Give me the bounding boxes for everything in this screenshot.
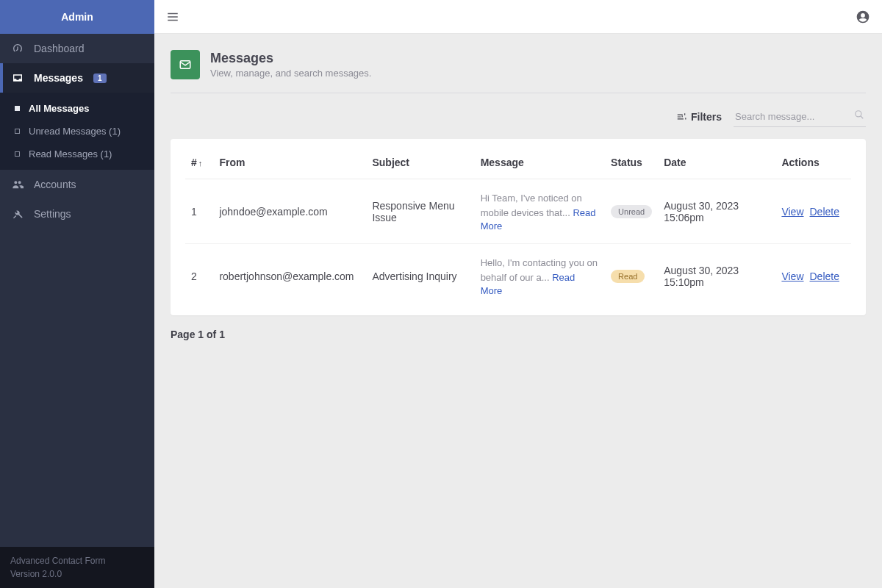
footer-version: Version 2.0.0 — [10, 567, 144, 581]
footer-app-name: Advanced Contact Form — [10, 554, 144, 567]
subnav-label: Unread Messages (1) — [29, 126, 121, 137]
sidebar-item-label: Messages — [34, 72, 83, 84]
hamburger-icon[interactable] — [166, 10, 179, 24]
cell-actions: ViewDelete — [775, 244, 851, 309]
filters-label: Filters — [691, 111, 722, 123]
page-header: Messages View, manage, and search messag… — [171, 50, 866, 93]
cell-status: Unread — [605, 179, 658, 244]
status-badge: Unread — [611, 205, 652, 218]
unread-count-badge: 1 — [93, 74, 107, 83]
subnav-read-messages[interactable]: Read Messages (1) — [0, 143, 154, 165]
pagination-info: Page 1 of 1 — [171, 329, 866, 340]
svg-point-4 — [856, 111, 861, 117]
messages-table-card: #↑ From Subject Message Status Date Acti… — [171, 139, 866, 315]
sidebar-item-accounts[interactable]: Accounts — [0, 170, 154, 199]
sidebar-item-settings[interactable]: Settings — [0, 199, 154, 229]
gauge-icon — [12, 43, 24, 54]
cell-date: August 30, 2023 15:10pm — [658, 244, 775, 309]
messages-subnav: All Messages Unread Messages (1) Read Me… — [0, 93, 154, 170]
tools-icon — [12, 208, 24, 220]
square-bullet-icon — [15, 151, 20, 157]
col-actions: Actions — [775, 146, 851, 179]
sidebar-item-dashboard[interactable]: Dashboard — [0, 34, 154, 63]
topbar — [154, 0, 882, 34]
message-snippet: Hello, I'm contacting you on behalf of o… — [481, 257, 598, 283]
sidebar: Admin Dashboard Messages 1 All Messages … — [0, 0, 154, 588]
cell-number: 1 — [185, 179, 213, 244]
col-subject[interactable]: Subject — [366, 146, 474, 179]
user-account-icon[interactable] — [856, 10, 870, 24]
svg-line-5 — [861, 116, 864, 119]
cell-from: johndoe@example.com — [213, 179, 366, 244]
users-icon — [12, 179, 24, 190]
sidebar-brand[interactable]: Admin — [0, 0, 154, 34]
subnav-label: Read Messages (1) — [29, 148, 112, 159]
square-bullet-icon — [15, 129, 20, 134]
col-message[interactable]: Message — [475, 146, 605, 179]
filters-button[interactable]: Filters — [676, 111, 722, 123]
subnav-all-messages[interactable]: All Messages — [0, 97, 154, 120]
message-snippet: Hi Team, I've noticed on mobile devices … — [481, 193, 582, 218]
cell-subject: Responsive Menu Issue — [366, 179, 474, 244]
cell-date: August 30, 2023 15:06pm — [658, 179, 775, 244]
search-input[interactable] — [734, 107, 866, 127]
col-from[interactable]: From — [213, 146, 366, 179]
sliders-icon — [676, 112, 686, 122]
col-number[interactable]: #↑ — [185, 146, 213, 179]
sidebar-footer: Advanced Contact Form Version 2.0.0 — [0, 547, 154, 588]
cell-actions: ViewDelete — [775, 179, 851, 244]
status-badge: Read — [611, 270, 645, 283]
square-bullet-icon — [15, 106, 20, 111]
envelope-icon — [171, 50, 200, 79]
page-title: Messages — [210, 51, 371, 66]
cell-status: Read — [605, 244, 658, 309]
cell-message: Hi Team, I've noticed on mobile devices … — [475, 179, 605, 244]
main-area: Messages View, manage, and search messag… — [154, 0, 882, 588]
cell-number: 2 — [185, 244, 213, 309]
delete-link[interactable]: Delete — [810, 270, 839, 282]
sidebar-item-label: Settings — [34, 208, 71, 220]
sidebar-item-label: Accounts — [34, 179, 76, 190]
messages-table: #↑ From Subject Message Status Date Acti… — [185, 146, 851, 308]
sort-asc-icon: ↑ — [198, 159, 203, 168]
col-status[interactable]: Status — [605, 146, 658, 179]
page-subtitle: View, manage, and search messages. — [210, 68, 371, 79]
search-icon[interactable] — [854, 110, 864, 120]
view-link[interactable]: View — [781, 206, 803, 218]
cell-from: robertjohnson@example.com — [213, 244, 366, 309]
inbox-icon — [12, 72, 24, 84]
table-row[interactable]: 1johndoe@example.comResponsive Menu Issu… — [185, 179, 851, 244]
cell-message: Hello, I'm contacting you on behalf of o… — [475, 244, 605, 309]
cell-subject: Advertising Inquiry — [366, 244, 474, 309]
sidebar-item-messages[interactable]: Messages 1 — [0, 63, 154, 93]
delete-link[interactable]: Delete — [810, 206, 839, 218]
col-date[interactable]: Date — [658, 146, 775, 179]
table-row[interactable]: 2robertjohnson@example.comAdvertising In… — [185, 244, 851, 309]
subnav-label: All Messages — [29, 103, 89, 114]
sidebar-item-label: Dashboard — [34, 43, 85, 54]
view-link[interactable]: View — [781, 270, 803, 282]
subnav-unread-messages[interactable]: Unread Messages (1) — [0, 120, 154, 143]
